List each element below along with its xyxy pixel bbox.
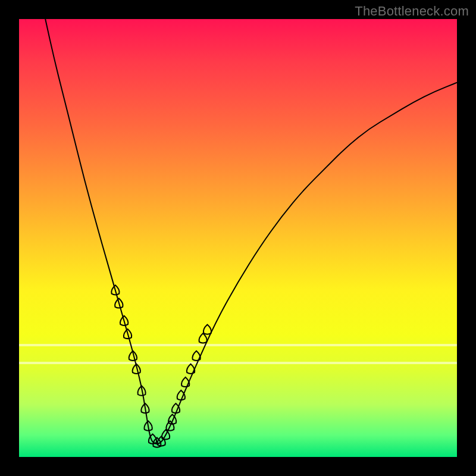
bottleneck-curve [45,19,457,444]
valley-marker [199,333,206,343]
plot-area [19,19,457,457]
valley-marker [203,325,211,334]
watermark-text: TheBottleneck.com [355,4,469,19]
outer-frame: TheBottleneck.com [0,0,476,476]
chart-svg [19,19,457,457]
